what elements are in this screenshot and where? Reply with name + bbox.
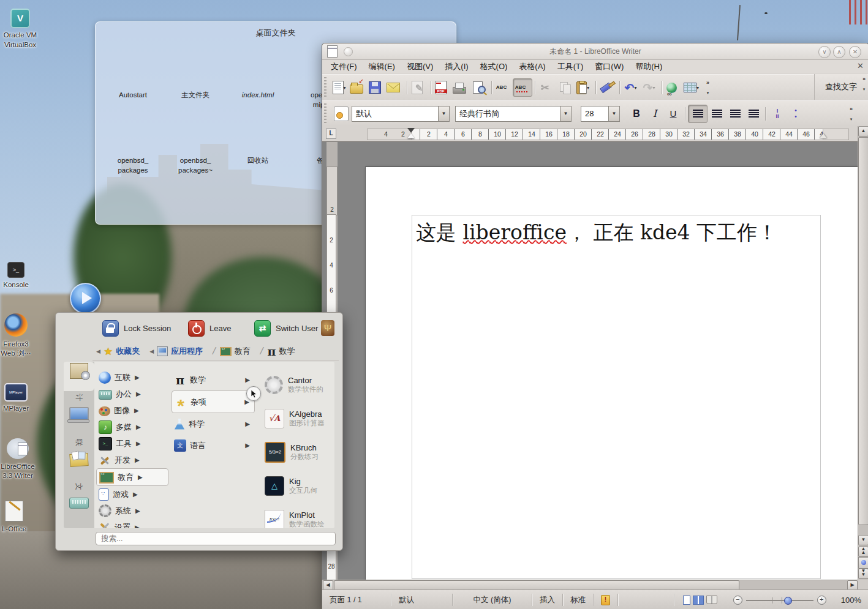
email-button[interactable]	[386, 79, 404, 96]
bullet-list-button[interactable]: • •	[787, 105, 805, 122]
menu-tools[interactable]: 工具(T)	[557, 61, 584, 72]
dropdown-arrow-icon[interactable]: ▼	[438, 106, 449, 121]
folder-item-home[interactable]: 主文件夹	[164, 51, 227, 110]
title-bar[interactable]: 未命名 1 - LibreOffice Writer ∨ ∧ ✕	[322, 43, 868, 60]
menu-view[interactable]: 视图(V)	[407, 61, 433, 72]
zoom-out-icon[interactable]: −	[733, 596, 742, 605]
styles-button[interactable]	[331, 105, 352, 122]
toolbar-overflow-button[interactable]: »▾	[848, 105, 854, 122]
category-education[interactable]: 教育 ▶	[96, 468, 168, 486]
indent-marker-top[interactable]	[407, 128, 415, 133]
lock-session-button[interactable]: Lock Session	[102, 318, 171, 338]
launcher-tab-contacts[interactable]: 联	[64, 438, 94, 476]
app-kalgebra[interactable]: √A KAlgebra图形计算器	[265, 402, 333, 435]
cut-button[interactable]: ✂	[538, 79, 556, 96]
zoom-in-icon[interactable]: +	[817, 596, 826, 605]
toolbar-overflow-button[interactable]: »▾	[705, 79, 711, 96]
status-insert-mode[interactable]: 插入	[532, 594, 563, 606]
previous-page-button[interactable]: ▲▲	[858, 547, 868, 557]
desktop-icon-libreoffice-writer[interactable]: LibreOffice3.3 Writer	[0, 438, 44, 481]
navigation-button[interactable]	[858, 557, 868, 569]
align-right-button[interactable]	[726, 105, 744, 122]
new-button[interactable]: ▾	[331, 79, 349, 96]
breadcrumb-favorites[interactable]: ◀ ★ 收藏夹	[92, 345, 143, 358]
switch-user-button[interactable]: ⇄ Switch User	[254, 318, 318, 338]
vertical-scrollbar[interactable]: ▲ ▼ ▲▲ ▼▼	[858, 126, 868, 582]
subcategory-language[interactable]: 文 语言 ▶	[172, 435, 255, 456]
menu-format[interactable]: 格式(O)	[480, 61, 508, 72]
desktop-icon-mplayer[interactable]: MPlayer MPlayer	[0, 383, 42, 414]
paragraph-style-combo[interactable]: 默认 ▼	[352, 106, 450, 122]
underline-button[interactable]: U	[664, 105, 682, 122]
desktop-icon-firefox[interactable]: Firefox3Web 浏⋯	[0, 313, 42, 359]
dropdown-arrow-icon[interactable]: ▼	[608, 106, 619, 121]
app-kig[interactable]: △ Kig交互几何	[265, 469, 333, 503]
breadcrumb-education[interactable]: / 教育	[209, 345, 254, 357]
zoom-slider-thumb[interactable]	[784, 597, 792, 605]
multi-page-view-button[interactable]	[693, 596, 704, 605]
play-button-icon[interactable]	[70, 283, 101, 314]
copy-button[interactable]	[556, 79, 575, 96]
desktop-icon-virtualbox[interactable]: V Oracle VMVirtualBox	[0, 9, 47, 50]
export-pdf-button[interactable]	[434, 79, 452, 96]
status-page-count[interactable]: 页面 1 / 1	[322, 594, 391, 606]
folder-item-trash[interactable]: 回收站	[227, 117, 289, 175]
launcher-tab-documents[interactable]: 文	[64, 482, 94, 520]
document-page[interactable]: 这是 liberoffice， 正在 kde4 下工作！	[365, 166, 858, 580]
font-name-combo[interactable]: 经典行书简 ▼	[455, 106, 572, 122]
status-selection-mode[interactable]: 标准	[563, 594, 594, 606]
breadcrumb-math[interactable]: / π 数学	[257, 345, 299, 358]
category-office[interactable]: 办公 ▶	[96, 386, 168, 402]
align-left-button[interactable]	[688, 105, 708, 123]
status-zoom-percent[interactable]: 100%	[834, 594, 868, 606]
user-avatar[interactable]: Ψ	[321, 318, 334, 338]
folder-item-openbsd-packages[interactable]: openbsd_packages	[102, 117, 164, 175]
align-center-button[interactable]	[708, 105, 726, 122]
status-document-modified[interactable]: !	[594, 594, 618, 606]
spellcheck-button[interactable]: ABC	[494, 79, 513, 96]
single-page-view-button[interactable]	[683, 596, 690, 605]
desktop-icon-l-office[interactable]: L-Office	[0, 501, 40, 534]
subcategory-math[interactable]: π 数学 ▶	[172, 369, 255, 390]
align-justify-button[interactable]	[744, 105, 763, 122]
format-paintbrush-button[interactable]	[598, 79, 617, 96]
app-cantor[interactable]: Cantor数学软件的	[265, 368, 333, 402]
menu-edit[interactable]: 编辑(E)	[369, 61, 395, 72]
indent-marker-bottom[interactable]	[407, 133, 415, 138]
close-button[interactable]: ✕	[849, 46, 861, 58]
desktop-icon-konsole[interactable]: >_ Konsole	[0, 262, 42, 290]
zoom-slider[interactable]	[746, 596, 813, 604]
auto-spellcheck-button[interactable]: ABC	[513, 78, 532, 97]
numbered-list-button[interactable]: I II	[768, 105, 787, 122]
app-kmplot[interactable]: f(x)= KmPlot数学函数绘	[265, 503, 333, 528]
tab-stop-selector[interactable]: L	[326, 129, 336, 139]
document-text[interactable]: 这是 liberoffice， 正在 kde4 下工作！	[416, 219, 777, 247]
breadcrumb-applications[interactable]: ◀ 应用程序	[146, 346, 206, 357]
undo-button[interactable]: ↶ ▾	[622, 79, 641, 96]
category-settings[interactable]: 设置 ▶	[96, 519, 168, 528]
open-button[interactable]	[349, 79, 368, 96]
folder-item-index-html[interactable]: index.html	[227, 51, 289, 110]
find-toolbar[interactable]: 查找文字 »▾	[814, 74, 867, 100]
subcategory-science[interactable]: 科学 ▶	[172, 413, 255, 435]
book-view-button[interactable]	[706, 596, 717, 604]
page-preview-button[interactable]	[470, 79, 489, 96]
save-button[interactable]	[368, 79, 386, 96]
menu-file[interactable]: 文件(F)	[331, 61, 357, 72]
vertical-scrollbar-thumb[interactable]	[858, 137, 868, 525]
category-multimedia[interactable]: ♪ 多媒 ▶	[96, 419, 168, 435]
right-indent-marker[interactable]	[820, 133, 827, 138]
category-graphics[interactable]: 图像 ▶	[96, 402, 168, 419]
edit-file-button[interactable]: ✎	[410, 79, 428, 96]
redo-button[interactable]: ↷ ▾	[641, 79, 659, 96]
launcher-tab-computer[interactable]: 计	[64, 392, 94, 430]
search-input[interactable]	[96, 532, 336, 545]
close-document-icon[interactable]: ✕	[857, 61, 864, 70]
maximize-button[interactable]: ∧	[833, 46, 845, 58]
status-page-style[interactable]: 默认	[391, 594, 453, 606]
scroll-up-icon[interactable]: ▲	[858, 126, 868, 136]
leave-button[interactable]: Leave	[188, 318, 231, 338]
category-development[interactable]: 开发 ▶	[96, 452, 168, 468]
folder-item-openbsd-packages-bak[interactable]: openbsd_packages~	[164, 117, 227, 175]
menu-window[interactable]: 窗口(W)	[595, 61, 624, 72]
